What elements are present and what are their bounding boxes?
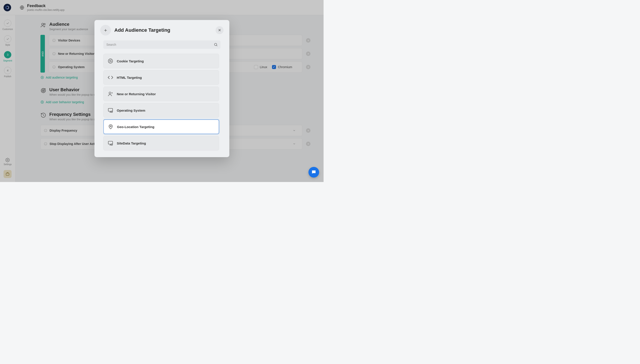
plus-icon: ＋ (100, 25, 111, 36)
svg-point-25 (110, 126, 111, 127)
chat-widget-button[interactable] (308, 167, 319, 178)
search-input[interactable] (103, 40, 221, 49)
svg-point-17 (108, 59, 113, 63)
option-sitedata-targeting[interactable]: SiteData Targeting (103, 136, 219, 150)
code-icon (108, 74, 113, 80)
option-html-targeting[interactable]: HTML Targeting (103, 70, 219, 85)
cookie-icon (108, 58, 113, 64)
svg-point-21 (111, 61, 111, 62)
close-icon: ✕ (218, 28, 221, 33)
add-targeting-modal: ＋ Add Audience Targeting ✕ Cookie Target… (94, 20, 229, 157)
svg-point-16 (215, 43, 217, 46)
option-geo-location-targeting[interactable]: Geo-Location Targeting (103, 120, 219, 134)
modal-title: Add Audience Targeting (114, 27, 216, 33)
chat-icon (311, 170, 316, 175)
option-cookie-targeting[interactable]: Cookie Targeting (103, 54, 219, 68)
option-new-returning-visitor[interactable]: New or Returning Visitor (103, 86, 219, 101)
svg-point-22 (109, 92, 111, 94)
targeting-option-list[interactable]: Cookie Targeting HTML Targeting New or R… (103, 54, 221, 150)
modal-overlay[interactable]: ＋ Add Audience Targeting ✕ Cookie Target… (0, 0, 324, 182)
search-icon (214, 42, 218, 46)
modal-close-button[interactable]: ✕ (216, 26, 224, 34)
location-icon (108, 124, 114, 130)
svg-point-20 (110, 62, 110, 62)
monitor-gear-icon (108, 108, 113, 113)
person-icon (108, 91, 113, 97)
svg-point-19 (111, 60, 111, 60)
svg-point-18 (109, 60, 110, 61)
monitor-gear-icon (108, 140, 113, 146)
option-operating-system[interactable]: Operating System (103, 103, 219, 118)
